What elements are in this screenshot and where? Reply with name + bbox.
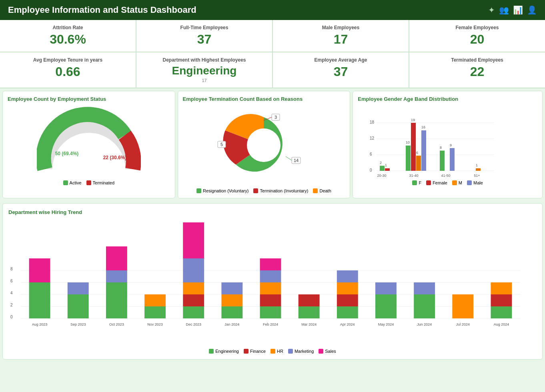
gender-age-chart: Employee Gender Age Band Distribution 0 … bbox=[353, 91, 543, 198]
hiring-legend: Engineering Finance HR Marketing Sales bbox=[8, 349, 537, 354]
month-label-9: May 2024 bbox=[378, 322, 394, 326]
hiring-trend-title: Department wise Hiring Trend bbox=[8, 209, 537, 215]
month-label-11: Jul 2024 bbox=[456, 322, 470, 326]
bar-Feb 2024-finance bbox=[260, 294, 281, 306]
bar-Sep 2023-marketing bbox=[68, 282, 89, 294]
kpi2-sub-1: 17 bbox=[143, 78, 266, 83]
svg-text:2: 2 bbox=[10, 303, 13, 307]
employment-status-chart: Employee Count by Employment Status 50 (… bbox=[2, 91, 175, 198]
month-label-10: Jun 2024 bbox=[417, 322, 432, 326]
svg-text:12: 12 bbox=[370, 136, 375, 140]
svg-rect-34 bbox=[440, 151, 445, 171]
bar-Aug 2024-engineering bbox=[491, 306, 512, 318]
bar-Sep 2023-engineering bbox=[68, 294, 89, 318]
month-label-12: Aug 2024 bbox=[494, 322, 509, 326]
bar-Aug 2023-sales bbox=[29, 258, 50, 282]
svg-text:18: 18 bbox=[370, 120, 375, 124]
svg-rect-28 bbox=[421, 130, 426, 171]
legend-finance: Finance bbox=[244, 349, 266, 354]
bar-Feb 2024-hr bbox=[260, 282, 281, 294]
month-label-6: Feb 2024 bbox=[263, 322, 278, 326]
svg-text:19: 19 bbox=[411, 118, 415, 122]
kpi-card-1: Full-Time Employees 37 bbox=[136, 20, 272, 52]
kpi-label-1: Full-Time Employees bbox=[143, 25, 266, 30]
chart-icon[interactable]: 📊 bbox=[513, 5, 523, 15]
bar-Jun 2024-marketing bbox=[414, 282, 435, 294]
employment-status-legend: Active Terminated bbox=[8, 180, 170, 185]
svg-text:16: 16 bbox=[421, 125, 425, 129]
legend-engineering: Engineering bbox=[209, 349, 239, 354]
termination-reasons-chart: Employee Termination Count Based on Reas… bbox=[178, 91, 351, 198]
svg-text:41-50: 41-50 bbox=[441, 174, 451, 178]
kpi2-value-3: 22 bbox=[416, 64, 539, 79]
legend-involuntary: Termination (Involuntary) bbox=[253, 188, 308, 193]
bar-Oct 2023-sales bbox=[106, 246, 127, 270]
month-label-1: Sep 2023 bbox=[70, 322, 86, 326]
legend-hr: HR bbox=[270, 349, 283, 354]
legend-f: F bbox=[412, 180, 421, 185]
svg-text:0: 0 bbox=[10, 315, 13, 319]
kpi-value-3: 20 bbox=[416, 32, 539, 47]
bar-Nov 2023-engineering bbox=[144, 306, 166, 318]
bar-Nov 2023-hr bbox=[144, 294, 166, 306]
svg-text:1: 1 bbox=[385, 163, 387, 167]
legend-terminated: Terminated bbox=[86, 180, 114, 185]
kpi-row-2: Avg Employee Tenure in years 0.66 Depart… bbox=[0, 52, 545, 88]
bar-Dec 2023-marketing bbox=[183, 258, 204, 282]
kpi-value-2: 17 bbox=[279, 32, 402, 47]
legend-marketing: Marketing bbox=[288, 349, 314, 354]
legend-female: Female bbox=[426, 180, 447, 185]
svg-text:5: 5 bbox=[220, 142, 223, 147]
bar-Oct 2023-engineering bbox=[106, 282, 127, 318]
svg-text:3: 3 bbox=[275, 115, 277, 120]
users-icon[interactable]: 👥 bbox=[499, 5, 509, 15]
bar-Jan 2024-marketing bbox=[221, 282, 242, 294]
header-icons: ✦ 👥 📊 👤 bbox=[488, 5, 537, 15]
svg-text:51+: 51+ bbox=[474, 174, 480, 178]
kpi2-label-0: Avg Employee Tenure in years bbox=[6, 57, 129, 63]
kpi-value-1: 37 bbox=[143, 32, 266, 47]
legend-male: Male bbox=[467, 180, 483, 185]
bar-Dec 2023-finance bbox=[183, 294, 204, 306]
bar-May 2024-marketing bbox=[375, 282, 397, 294]
bar-Mar 2024-finance bbox=[299, 294, 320, 306]
kpi-label-2: Male Employees bbox=[279, 25, 402, 30]
month-label-8: Apr 2024 bbox=[340, 322, 355, 326]
kpi-row-1: Attrition Rate 30.6% Full-Time Employees… bbox=[0, 20, 545, 52]
svg-text:1: 1 bbox=[476, 163, 478, 167]
charts-row: Employee Count by Employment Status 50 (… bbox=[0, 88, 545, 201]
bar-Apr 2024-marketing bbox=[337, 270, 358, 282]
kpi-value-0: 30.6% bbox=[6, 32, 129, 47]
svg-point-2 bbox=[247, 128, 281, 162]
bar-Feb 2024-sales bbox=[260, 258, 281, 270]
legend-sales: Sales bbox=[319, 349, 336, 354]
settings-icon[interactable]: ✦ bbox=[488, 5, 495, 15]
svg-rect-27 bbox=[416, 156, 421, 171]
donut-svg: 3 5 14 bbox=[216, 105, 312, 185]
svg-text:31-40: 31-40 bbox=[409, 174, 419, 178]
employment-status-title: Employee Count by Employment Status bbox=[8, 96, 170, 102]
svg-rect-26 bbox=[411, 123, 416, 171]
svg-text:14: 14 bbox=[294, 158, 299, 163]
person-icon[interactable]: 👤 bbox=[527, 5, 537, 15]
svg-text:9: 9 bbox=[450, 143, 452, 147]
bar-Apr 2024-engineering bbox=[337, 306, 358, 318]
bar-Oct 2023-marketing bbox=[106, 270, 127, 282]
legend-active: Active bbox=[63, 180, 82, 185]
svg-rect-25 bbox=[406, 146, 411, 171]
svg-text:0: 0 bbox=[370, 168, 372, 172]
bar-Dec 2023-hr bbox=[183, 282, 204, 294]
svg-line-11 bbox=[286, 156, 292, 160]
header: Employee Information and Status Dashboar… bbox=[0, 0, 545, 20]
bar-Aug 2024-finance bbox=[491, 294, 512, 306]
kpi2-label-3: Terminated Employees bbox=[416, 57, 539, 63]
svg-text:6: 6 bbox=[416, 151, 418, 155]
bar-May 2024-engineering bbox=[375, 294, 397, 318]
gender-age-title: Employee Gender Age Band Distribution bbox=[358, 96, 537, 102]
svg-text:50 (69.4%): 50 (69.4%) bbox=[55, 151, 78, 156]
legend-death: Death bbox=[313, 188, 331, 193]
month-label-5: Jan 2024 bbox=[224, 322, 239, 326]
hiring-trend-svg: 0 2 4 6 8 Aug 2023Sep 2023Oct 2023Nov 20… bbox=[8, 218, 525, 346]
svg-text:8: 8 bbox=[440, 146, 442, 150]
svg-text:10: 10 bbox=[406, 140, 410, 144]
